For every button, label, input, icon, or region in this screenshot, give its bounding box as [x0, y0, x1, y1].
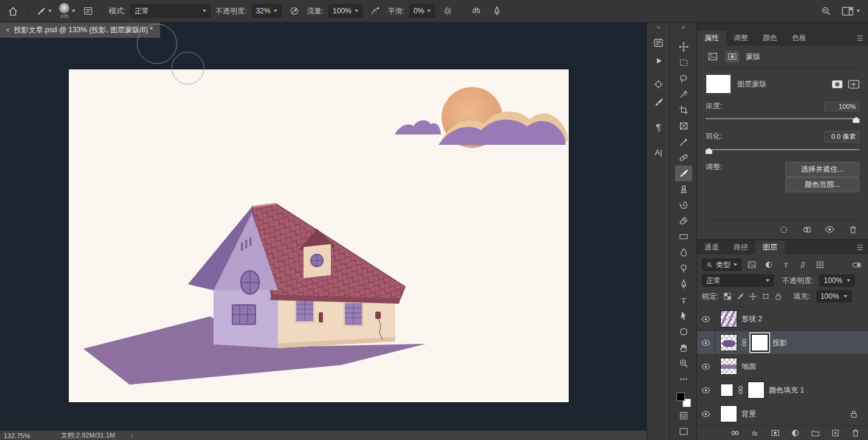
clone-source-panel-icon[interactable]: [650, 75, 668, 93]
airbrush-icon[interactable]: [367, 2, 383, 19]
layer-row-background[interactable]: 背景: [697, 402, 868, 425]
document-tab[interactable]: × 投影文章.psd @ 133% (投影, 图层蒙版/8) *: [0, 23, 161, 38]
layer-name[interactable]: 形状 2: [741, 314, 762, 324]
layer-mask-thumbnail[interactable]: [748, 382, 765, 399]
screen-mode-icon[interactable]: [675, 424, 692, 439]
type-layer-filter-icon[interactable]: [779, 259, 793, 271]
layer-name[interactable]: 颜色填充 1: [769, 385, 804, 396]
visibility-eye-icon[interactable]: [697, 307, 715, 330]
adjustment-layer-filter-icon[interactable]: [762, 259, 776, 271]
expand-tools-icon[interactable]: «: [670, 23, 696, 31]
brush-preset-picker[interactable]: 125: [59, 3, 75, 19]
layer-mask-thumbnail[interactable]: [706, 74, 731, 94]
zoom-level-field[interactable]: 132.75%: [4, 432, 32, 439]
type-tool[interactable]: [675, 292, 692, 308]
toggle-brush-settings-icon[interactable]: [80, 2, 96, 19]
eyedropper-tool[interactable]: [675, 134, 692, 150]
new-layer-icon[interactable]: [828, 427, 842, 439]
pen-tool[interactable]: [675, 276, 692, 292]
load-selection-from-mask-icon[interactable]: [777, 223, 790, 236]
blend-mode-select[interactable]: 正常: [130, 4, 210, 18]
visibility-eye-icon[interactable]: [697, 331, 715, 354]
search-icon[interactable]: [818, 2, 834, 19]
crop-tool[interactable]: [675, 102, 692, 118]
ellipse-tool[interactable]: [675, 324, 692, 340]
brushes-panel-icon[interactable]: [650, 93, 668, 111]
layer-thumbnail[interactable]: [720, 334, 737, 351]
brush-tool[interactable]: [675, 166, 692, 181]
color-range-button[interactable]: 颜色范围...: [785, 177, 859, 192]
density-value-field[interactable]: 100%: [824, 102, 859, 111]
eraser-tool[interactable]: [675, 213, 692, 229]
layer-name[interactable]: 地面: [741, 361, 756, 372]
new-group-icon[interactable]: [808, 427, 822, 439]
delete-mask-icon[interactable]: [846, 223, 859, 236]
paragraph-panel-icon[interactable]: ¶: [650, 117, 668, 136]
healing-brush-tool[interactable]: [675, 150, 692, 166]
lock-position-icon[interactable]: [748, 292, 758, 302]
actions-panel-icon[interactable]: [650, 52, 668, 70]
foreground-background-swatches[interactable]: [676, 392, 692, 408]
smoothing-gear-icon[interactable]: [440, 2, 456, 19]
feather-value-field[interactable]: 0.0 像素: [824, 131, 859, 142]
character-panel-icon[interactable]: A|: [650, 143, 668, 161]
layer-name[interactable]: 背景: [741, 409, 756, 419]
delete-layer-icon[interactable]: [849, 427, 862, 439]
add-layer-mask-icon[interactable]: [768, 427, 782, 439]
gradient-tool[interactable]: [675, 229, 692, 245]
edit-toolbar-icon[interactable]: [675, 371, 692, 387]
lock-transparent-icon[interactable]: [722, 292, 732, 302]
clone-stamp-tool[interactable]: [675, 181, 692, 197]
layer-thumbnail[interactable]: [720, 358, 737, 375]
pixel-layer-properties-icon[interactable]: [706, 51, 720, 63]
layer-thumbnail[interactable]: [720, 405, 737, 422]
quick-mask-icon[interactable]: [675, 408, 692, 424]
add-vector-mask-icon[interactable]: [848, 80, 859, 89]
layer-filter-kind-select[interactable]: 类型: [702, 259, 741, 271]
apply-mask-icon[interactable]: [800, 223, 813, 236]
tab-adjustments[interactable]: 调整: [726, 30, 755, 46]
layer-thumbnail[interactable]: [720, 310, 737, 327]
smoothing-select[interactable]: 0%: [409, 4, 435, 18]
expand-panels-icon[interactable]: «: [647, 23, 670, 31]
density-slider[interactable]: [706, 114, 859, 124]
layer-name[interactable]: 投影: [773, 338, 787, 348]
pixel-layer-filter-icon[interactable]: [745, 259, 759, 271]
canvas-region[interactable]: × 投影文章.psd @ 133% (投影, 图层蒙版/8) *: [0, 23, 647, 440]
home-icon[interactable]: [5, 2, 21, 19]
close-tab-icon[interactable]: ×: [5, 26, 10, 35]
layers-panel-menu-icon[interactable]: ☰: [852, 240, 868, 254]
shape-layer-filter-icon[interactable]: [796, 259, 810, 271]
fill-swatch-thumbnail[interactable]: [720, 383, 734, 397]
layer-row-colorfill[interactable]: 颜色填充 1: [697, 379, 868, 402]
layer-opacity-select[interactable]: 100%: [819, 274, 855, 287]
hand-tool[interactable]: [675, 340, 692, 355]
link-layers-icon[interactable]: [728, 427, 741, 439]
tab-channels[interactable]: 通道: [697, 240, 726, 254]
visibility-eye-icon[interactable]: [697, 402, 715, 425]
mask-properties-icon[interactable]: [725, 51, 740, 63]
tab-layers[interactable]: 图层: [755, 240, 785, 254]
lock-paint-icon[interactable]: [735, 292, 745, 302]
visibility-eye-icon[interactable]: [697, 355, 715, 378]
select-and-mask-button[interactable]: 选择并遮住...: [785, 162, 859, 177]
tab-properties[interactable]: 属性: [697, 30, 726, 46]
dodge-tool[interactable]: [675, 260, 692, 276]
layer-mask-thumbnail[interactable]: [751, 334, 768, 351]
foreground-color-swatch[interactable]: [676, 393, 685, 401]
tab-color[interactable]: 颜色: [755, 30, 785, 46]
layer-row-shape2[interactable]: 形状 2: [697, 307, 868, 331]
brush-settings-panel-icon[interactable]: [650, 33, 668, 52]
tab-swatches[interactable]: 色板: [785, 30, 814, 46]
lock-artboard-icon[interactable]: [760, 292, 771, 302]
layer-row-ground[interactable]: 地面: [697, 355, 868, 379]
layer-row-shadow[interactable]: 投影: [697, 331, 868, 355]
tab-paths[interactable]: 路径: [726, 240, 755, 254]
lock-all-icon[interactable]: [773, 292, 783, 302]
brush-tool-icon[interactable]: [33, 2, 54, 19]
feather-slider[interactable]: [706, 145, 859, 155]
path-select-tool[interactable]: [675, 308, 692, 324]
symmetry-icon[interactable]: [468, 2, 484, 19]
zoom-tool[interactable]: [675, 355, 692, 371]
new-adjustment-layer-icon[interactable]: [788, 427, 802, 439]
